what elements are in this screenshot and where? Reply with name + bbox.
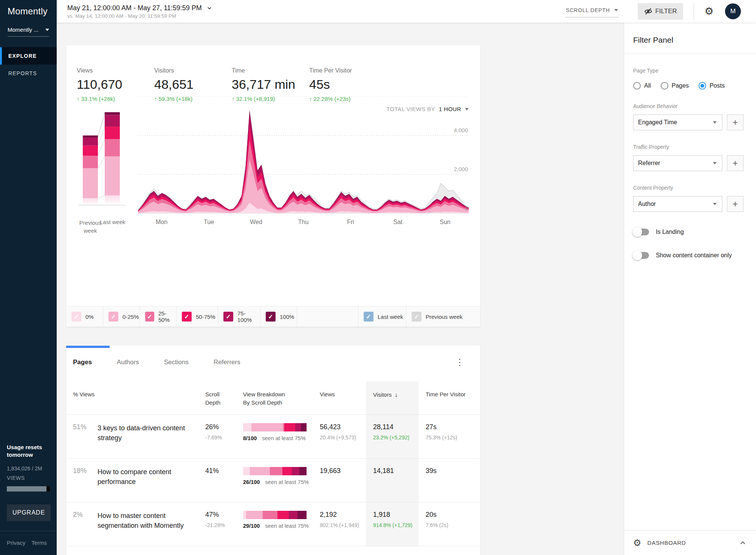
kpi-row: Views 110,670 ↑33.1% (+28k) Visitors 48,… — [77, 51, 469, 102]
breakdown-caption: seen at least 75% — [262, 435, 305, 441]
scroll-breakdown-bar — [243, 423, 307, 431]
usage-progress-fill — [7, 486, 46, 492]
col-header-title — [98, 381, 205, 414]
dashboard-label: DASHBOARD — [648, 540, 733, 546]
scroll-depth-value: 47% — [205, 511, 243, 519]
y-tick-0: 0 — [465, 205, 468, 212]
org-selector-label: Momently ... — [8, 26, 39, 33]
radio-posts[interactable]: Posts — [699, 82, 725, 90]
radio-pages[interactable]: Pages — [661, 82, 689, 90]
kpi-label: Visitors — [154, 51, 232, 74]
breakdown-ratio: 29/100 — [243, 523, 260, 529]
dashboard-row[interactable]: ⚙ DASHBOARD — [624, 530, 756, 555]
app-root: Momently Momently ... EXPLORE REPORTS Us… — [0, 0, 756, 555]
brand-logo[interactable]: Momently — [0, 0, 57, 17]
radio-icon — [633, 82, 641, 90]
sidebar-item-reports[interactable]: REPORTS — [0, 65, 57, 82]
radio-label: All — [644, 82, 651, 89]
tab-authors[interactable]: Authors — [117, 359, 139, 366]
upgrade-button[interactable]: UPGRADE — [7, 504, 51, 521]
col-line: View Breakdown — [243, 391, 285, 397]
legend-bucket-100[interactable]: ✓100% — [260, 306, 297, 327]
usage-block: Usage resets tomorrow 1,834,026 / 2M VIE… — [0, 444, 57, 521]
visitors-delta: 23.2% (+5,292) — [373, 434, 419, 441]
legend-bucket-50-75[interactable]: ✓50-75% — [176, 306, 218, 327]
page-title-link[interactable]: How to compare content performance — [98, 459, 205, 502]
kpi-label: Time — [232, 51, 309, 74]
sidebar-item-explore[interactable]: EXPLORE — [0, 47, 57, 65]
legend-label: 100% — [280, 314, 294, 320]
tab-pages[interactable]: Pages — [73, 359, 92, 366]
caret-down-icon — [614, 9, 618, 11]
is-landing-toggle[interactable]: Is Landing — [633, 229, 747, 235]
legend-label: 50-75% — [196, 314, 215, 320]
col-header-scroll-depth[interactable]: ScrollDepth — [205, 381, 243, 414]
overlay-metric-select[interactable]: SCROLL DEPTH — [565, 6, 619, 17]
traffic-property-section: Traffic Property Referrer + — [624, 130, 756, 171]
tab-referrers[interactable]: Referrers — [214, 359, 240, 366]
add-audience-filter-button[interactable]: + — [727, 114, 744, 130]
filter-button[interactable]: FILTER — [638, 3, 683, 20]
col-header-visitors[interactable]: Visitors↓ — [366, 381, 419, 414]
tabs-row: Pages Authors Sections Referrers — [66, 346, 480, 366]
audience-behavior-label: Audience Behavior — [633, 103, 747, 109]
kpi-value: 36,717 min — [232, 77, 309, 92]
x-label-wed: Wed — [232, 219, 280, 226]
legend-label: 75-100% — [237, 310, 260, 323]
caret-down-icon — [45, 29, 49, 31]
legend-label: Last week — [378, 314, 403, 320]
audience-behavior-select[interactable]: Engaged Time — [633, 114, 722, 130]
kebab-menu-icon[interactable]: ⋮ — [455, 357, 464, 368]
pct-views-cell: 18% — [66, 459, 98, 502]
kpi-value: 110,670 — [77, 77, 154, 92]
select-value: Referrer — [638, 160, 660, 167]
legend-label: Previous week — [426, 314, 463, 320]
show-content-container-toggle[interactable]: Show content container only — [633, 252, 747, 259]
terms-link[interactable]: Terms — [31, 540, 47, 546]
scroll-depth-delta: -7.69% — [205, 434, 243, 441]
active-tab-indicator — [66, 346, 110, 348]
table-row: 51% 3 keys to data-driven content strate… — [66, 414, 480, 458]
checkbox-icon: ✓ — [182, 312, 192, 322]
kpi-time-per-visitor: Time Per Visitor 45s ↑22.28% (+23s) — [309, 51, 387, 102]
date-range-selector[interactable]: May 21, 12:00:00 AM - May 27, 11:59:59 P… — [67, 4, 213, 19]
checkbox-icon: ✓ — [223, 312, 233, 322]
col-line: By Scroll Depth — [243, 399, 282, 406]
content-property-select[interactable]: Author — [633, 196, 722, 212]
privacy-link[interactable]: Privacy — [7, 540, 25, 546]
page-type-options: All Pages Posts — [633, 82, 747, 90]
tab-sections[interactable]: Sections — [164, 359, 189, 366]
radio-label: Posts — [710, 82, 725, 89]
org-selector[interactable]: Momently ... — [8, 26, 49, 37]
usage-title: Usage resets tomorrow — [7, 444, 48, 459]
page-type-label: Page Type — [633, 68, 747, 74]
kpi-delta-label: 33.1% (+28k) — [81, 96, 115, 102]
legend-bucket-25-50[interactable]: ✓25-50% — [139, 306, 176, 327]
breakdown-caption: seen at least 75% — [265, 523, 308, 529]
legend-last-week[interactable]: ✓Last week — [358, 306, 406, 327]
col-header-time-per-visitor[interactable]: Time Per Visitor — [419, 381, 480, 414]
legend-bucket-75-100[interactable]: ✓75-100% — [218, 306, 260, 327]
col-header-view-breakdown[interactable]: View BreakdownBy Scroll Depth — [243, 381, 320, 414]
toggle-off-icon — [633, 229, 649, 235]
legend-bucket-0-25[interactable]: ✓0-25% — [103, 306, 139, 327]
radio-all[interactable]: All — [633, 82, 651, 90]
traffic-property-select[interactable]: Referrer — [633, 155, 722, 171]
area-chart-svg — [138, 96, 469, 213]
eye-off-icon — [644, 7, 653, 16]
kpi-label: Views — [77, 51, 154, 74]
col-header-views[interactable]: Views — [320, 381, 366, 414]
page-title-link[interactable]: 3 keys to data-driven content strategy — [98, 415, 205, 458]
legend-previous-week[interactable]: ✓Previous week — [406, 306, 480, 327]
breakdown-caption: seen at least 75% — [265, 479, 308, 485]
visitors-value: 28,114 — [373, 423, 419, 431]
usage-count: 1,834,026 / 2M — [7, 465, 50, 472]
avatar[interactable]: M — [725, 3, 741, 19]
col-header-pct-views[interactable]: % Views — [66, 381, 98, 414]
legend-bucket-0[interactable]: ✓0% — [66, 306, 103, 327]
col-line: Depth — [205, 399, 220, 406]
add-traffic-filter-button[interactable]: + — [727, 155, 744, 171]
settings-gear-icon[interactable]: ⚙ — [705, 6, 714, 17]
page-title-link[interactable]: How to master content segmentation with … — [98, 502, 205, 546]
add-content-filter-button[interactable]: + — [727, 196, 744, 212]
